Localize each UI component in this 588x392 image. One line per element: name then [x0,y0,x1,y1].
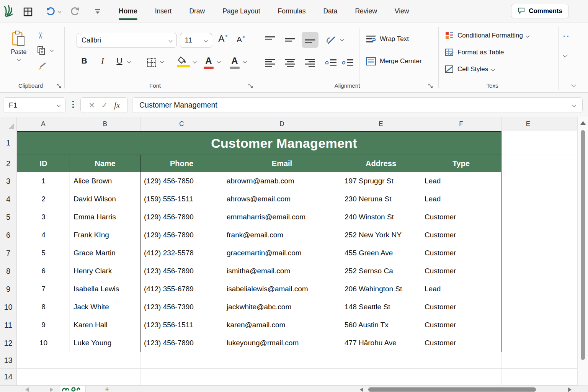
column-header-D-3[interactable]: D [223,117,341,131]
decrease-indent-icon[interactable] [325,58,338,68]
underline-button[interactable]: U [115,56,124,65]
cell-blank[interactable] [70,352,140,369]
cell-C10[interactable]: (123) 456-7390 [140,298,223,316]
row-header-3[interactable]: 3 [0,172,17,190]
cell-E7[interactable]: 455 Green Ave [341,244,421,262]
cell-C12[interactable]: (123) 456-7890 [140,334,223,352]
column-header-E-4[interactable]: E [341,117,421,131]
header-cell-phone[interactable]: Phone [140,155,223,172]
cell-blank[interactable] [555,155,577,172]
cell-C8[interactable]: (123) 456-7890 [140,262,223,280]
cell-D11[interactable]: karen@amail.com [223,316,341,334]
cell-blank[interactable] [555,262,577,280]
cell-blank[interactable] [555,280,577,298]
comments-button[interactable]: Comments [511,4,569,18]
font-dialog-launcher-icon[interactable] [248,83,253,89]
select-all-button[interactable] [0,117,17,131]
cell-blank[interactable] [501,262,555,280]
text-highlight-dropdown-icon[interactable] [243,60,246,63]
row-header-1[interactable]: 1 [0,131,17,155]
align-bottom-icon[interactable] [302,32,318,48]
cell-blank[interactable] [341,352,421,369]
cell-B7[interactable]: Grace Martin [70,244,140,262]
cell-blank[interactable] [555,172,577,190]
cell-B12[interactable]: Luke Young [70,334,140,352]
cell-blank[interactable] [140,352,223,369]
cell-C3[interactable]: (129) 456-7850 [140,172,223,190]
cell-F6[interactable]: Customer [421,226,501,244]
cancel-icon[interactable]: ✕ [88,101,95,110]
cell-D8[interactable]: ismitha@email.com [223,262,341,280]
cell-blank[interactable] [555,298,577,316]
cell-B4[interactable]: David Wilson [70,190,140,208]
text-highlight-icon[interactable]: A [230,56,240,66]
cell-A10[interactable]: 8 [17,298,70,316]
cell-C4[interactable]: (159) 555-1511 [140,190,223,208]
row-header-8[interactable]: 8 [0,262,17,280]
cell-D6[interactable]: frank@email.com [223,226,341,244]
scroll-right-icon[interactable] [568,387,572,392]
format-as-table-button[interactable]: Format as Table [445,48,504,57]
cell-B3[interactable]: Alice Brown [70,172,140,190]
cell-B8[interactable]: Henry Clark [70,262,140,280]
cell-F5[interactable]: Customer [421,208,501,226]
cell-blank[interactable] [501,190,555,208]
bold-button[interactable]: B [80,56,89,65]
header-cell-address[interactable]: Address [341,155,421,172]
cell-F3[interactable]: Lead [421,172,501,190]
decrease-font-size-icon[interactable]: A [237,35,245,44]
cell-A5[interactable]: 3 [17,208,70,226]
cell-blank[interactable] [555,131,577,155]
tab-formulas[interactable]: Formulas [278,0,306,22]
cell-A11[interactable]: 9 [17,316,70,334]
cell-blank[interactable] [501,298,555,316]
cell-B6[interactable]: Frank KIng [70,226,140,244]
increase-indent-icon[interactable] [341,58,354,68]
cell-E12[interactable]: 477 Härohu Ave [341,334,421,352]
vertical-scroll-thumb[interactable] [581,130,585,360]
row-header-4[interactable]: 4 [0,190,17,208]
ribbon-more-options-icon[interactable] [564,36,568,37]
horizontal-scroll-thumb[interactable] [368,387,536,392]
cell-blank[interactable] [501,226,555,244]
row-header-5[interactable]: 5 [0,208,17,226]
italic-button[interactable]: I [98,56,107,66]
cell-blank[interactable] [555,316,577,334]
cell-F11[interactable]: Customer [421,316,501,334]
wrap-text-button[interactable]: Wrap Text [366,34,409,44]
column-header-E-6[interactable]: E [501,117,555,131]
cell-blank[interactable] [501,131,555,155]
cell-E11[interactable]: 560 Austin Tx [341,316,421,334]
cell-A12[interactable]: 10 [17,334,70,352]
cell-C11[interactable]: (123) 556-1511 [140,316,223,334]
cell-blank[interactable] [555,369,577,385]
column-header-F-5[interactable]: F [421,117,501,131]
column-header-A-0[interactable]: A [17,117,70,131]
undo-dropdown-icon[interactable] [58,10,61,13]
header-cell-type[interactable]: Type [421,155,501,172]
orientation-icon[interactable] [325,34,337,45]
cell-blank[interactable] [140,369,223,385]
row-header-6[interactable]: 6 [0,226,17,244]
next-sheet-icon[interactable] [50,387,53,392]
cell-blank[interactable] [501,280,555,298]
cell-A4[interactable]: 2 [17,190,70,208]
font-name-select[interactable]: Callbri [77,33,177,48]
cell-blank[interactable] [421,352,501,369]
cell-E6[interactable]: 252 New York NY [341,226,421,244]
insert-function-icon[interactable]: fx [114,101,119,109]
add-sheet-button[interactable]: + [105,385,109,392]
cell-blank[interactable] [555,352,577,369]
vertical-scrollbar[interactable] [577,117,588,386]
cell-B9[interactable]: Isabella Lewis [70,280,140,298]
row-header-13[interactable]: 13 [0,352,17,369]
cell-F10[interactable]: Customer [421,298,501,316]
scroll-left-icon[interactable] [360,387,363,392]
cell-C5[interactable]: (129) 456-7890 [140,208,223,226]
cut-icon[interactable]: ✂ [37,31,44,40]
cell-title-A1[interactable]: Customer Management [17,131,501,155]
align-middle-icon[interactable] [284,35,296,45]
cell-blank[interactable] [421,369,501,385]
column-header-B-1[interactable]: B [70,117,140,131]
tab-insert[interactable]: Insert [155,0,172,22]
